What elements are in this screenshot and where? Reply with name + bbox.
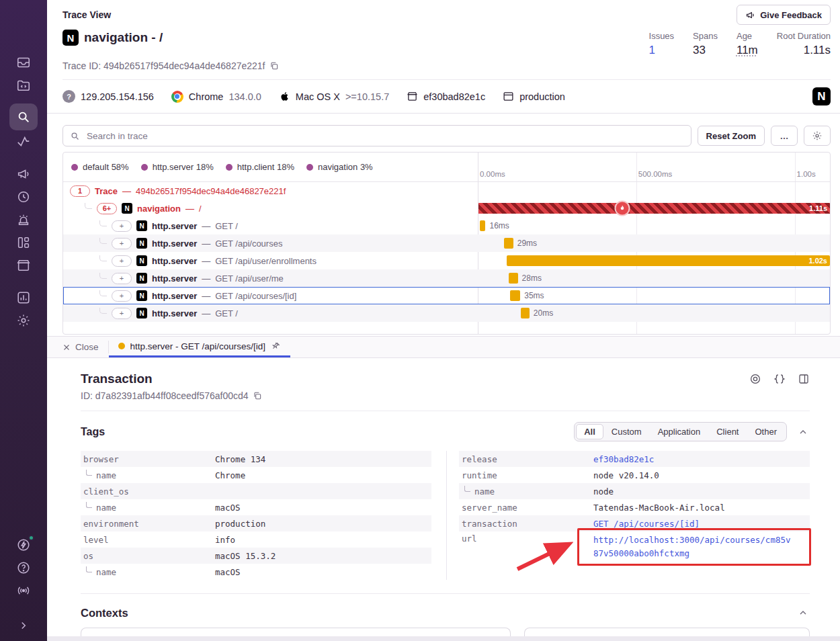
span-duration-bar[interactable]	[504, 238, 513, 249]
expand-chip[interactable]: 1	[70, 185, 90, 197]
gear-icon	[812, 130, 823, 141]
tag-value-link[interactable]: http://localhost:3000/api/courses/cm85v8…	[593, 533, 795, 560]
legend-item[interactable]: navigation 3%	[306, 162, 373, 172]
trace-row[interactable]: +Nhttp.server—GET /20ms	[63, 304, 830, 322]
expand-chip[interactable]: +	[112, 220, 132, 232]
tag-filter-application[interactable]: Application	[650, 424, 709, 439]
collapse-tags-button[interactable]	[796, 425, 810, 439]
issues-count-link[interactable]: 1	[649, 44, 675, 57]
tag-value-link[interactable]: ef30bad82e1c	[593, 454, 654, 464]
search-in-trace-input[interactable]	[85, 130, 684, 142]
megaphone-icon	[745, 10, 755, 20]
tags-column-right: releaseef30bad82e1cruntimenode v20.14.0n…	[446, 451, 810, 580]
error-fire-icon[interactable]	[616, 202, 629, 215]
span-duration-bar[interactable]	[510, 290, 521, 301]
explore-icon[interactable]	[11, 74, 36, 97]
trace-row[interactable]: +Nhttp.server—GET /16ms	[63, 217, 830, 234]
axis-tick-label: 0.00ms	[480, 170, 505, 178]
issues-icon[interactable]	[11, 51, 36, 74]
nextjs-logo: N	[136, 308, 147, 318]
focus-icon[interactable]	[749, 373, 761, 385]
span-duration-bar[interactable]	[480, 220, 485, 231]
trace-settings-button[interactable]	[804, 126, 831, 146]
more-options-button[interactable]: …	[771, 126, 798, 146]
nextjs-logo: N	[122, 203, 132, 214]
seer-icon[interactable]	[11, 533, 36, 556]
trace-stats: Issues 1 Spans 33 Age 11m Root Duration …	[649, 31, 831, 57]
trace-row[interactable]: 6+Nnavigation—/1.11s	[63, 200, 830, 217]
pin-icon[interactable]	[271, 341, 281, 351]
tags-title: Tags	[81, 426, 574, 438]
help-icon[interactable]	[11, 556, 36, 579]
traces-icon[interactable]	[11, 130, 36, 153]
span-tab[interactable]: http.server - GET /api/courses/[id]	[109, 337, 291, 357]
expand-chip[interactable]: +	[112, 238, 132, 249]
releases-icon[interactable]	[11, 254, 36, 277]
search-icon[interactable]	[9, 103, 38, 130]
legend-item[interactable]: default 58%	[71, 162, 129, 172]
time-axis: 0.00ms500.00ms1.00s	[478, 153, 830, 181]
tag-key: os	[83, 551, 215, 561]
tag-row: namemacOS	[81, 499, 431, 515]
settings-icon[interactable]	[11, 309, 36, 332]
stats-icon[interactable]	[11, 286, 36, 309]
alerts-icon[interactable]	[11, 208, 36, 231]
give-feedback-button[interactable]: Give Feedback	[737, 5, 831, 25]
collapse-contexts-button[interactable]	[796, 606, 810, 619]
trace-row[interactable]: +Nhttp.server—GET /api/courses/[id]35ms	[63, 287, 830, 304]
legend-item[interactable]: http.client 18%	[226, 162, 294, 172]
tag-value: Chrome	[215, 470, 245, 480]
trace-row[interactable]: +Nhttp.server—GET /api/courses29ms	[63, 234, 830, 252]
layout-panel-icon[interactable]	[798, 373, 810, 385]
copy-icon[interactable]	[269, 61, 279, 71]
close-drawer-button[interactable]: Close	[62, 337, 108, 357]
whats-new-icon[interactable]	[11, 579, 36, 602]
feedback-icon[interactable]	[11, 163, 36, 185]
tag-row: server_nameTatendas-MacBook-Air.local	[459, 499, 810, 515]
nextjs-logo: N	[136, 255, 147, 266]
expand-chip[interactable]: 6+	[97, 203, 117, 214]
span-duration-bar[interactable]	[509, 273, 518, 284]
copy-icon[interactable]	[253, 391, 262, 400]
nextjs-logo: N	[62, 30, 79, 46]
trace-header: Trace View Give Feedback N navigation - …	[47, 0, 840, 80]
span-rows: 1Trace—494b26517f954dec94a4de46827e221f6…	[63, 182, 830, 322]
page-edge	[47, 636, 840, 641]
expand-chip[interactable]: +	[112, 255, 132, 267]
tag-row: osmacOS 15.3.2	[81, 548, 431, 564]
stat-root-duration: Root Duration 1.11s	[777, 31, 831, 57]
meta-release: ef30bad82e1c	[407, 91, 485, 102]
trace-row[interactable]: +Nhttp.server—GET /api/user/me28ms	[63, 269, 830, 287]
transaction-id: ID: d7a82391afb44ff08ceedf576af00cd4	[81, 390, 249, 401]
tag-key: release	[462, 454, 593, 464]
tag-filter-other[interactable]: Other	[747, 424, 785, 439]
tag-key: environment	[83, 519, 215, 529]
json-braces-icon[interactable]	[773, 373, 786, 385]
transaction-section: Transaction ID: d7a82391afb44ff08ceedf57…	[47, 358, 840, 641]
tag-filter-all[interactable]: All	[576, 424, 603, 439]
tag-filter-client[interactable]: Client	[708, 424, 747, 439]
expand-chip[interactable]: +	[112, 273, 132, 284]
span-duration-bar[interactable]: 1.02s	[507, 255, 830, 266]
span-duration-label: 35ms	[524, 291, 544, 300]
tag-value-link[interactable]: GET /api/courses/[id]	[593, 519, 700, 529]
tag-key: name	[83, 470, 215, 480]
tag-value: node v20.14.0	[593, 470, 659, 480]
trace-row[interactable]: +Nhttp.server—GET /api/user/enrollments1…	[63, 252, 830, 269]
expand-chip[interactable]: +	[112, 290, 132, 302]
span-duration-bar[interactable]: 1.11s	[478, 203, 830, 214]
legend-item[interactable]: http.server 18%	[141, 162, 214, 172]
trace-row[interactable]: 1Trace—494b26517f954dec94a4de46827e221f	[63, 182, 830, 200]
collapse-sidebar-icon[interactable]	[11, 614, 36, 637]
span-duration-bar[interactable]	[521, 308, 530, 318]
reset-zoom-button[interactable]: Reset Zoom	[698, 126, 765, 146]
trace-search[interactable]	[62, 125, 691, 146]
tag-filter-custom[interactable]: Custom	[603, 424, 650, 439]
replays-icon[interactable]	[11, 185, 36, 208]
expand-chip[interactable]: +	[112, 308, 132, 319]
unknown-user-icon: ?	[62, 90, 75, 103]
drawer-tab-bar: Close http.server - GET /api/courses/[id…	[47, 336, 840, 358]
page-title: Trace View	[62, 9, 111, 20]
dashboards-icon[interactable]	[11, 231, 36, 254]
annotation-red-box	[577, 528, 811, 566]
